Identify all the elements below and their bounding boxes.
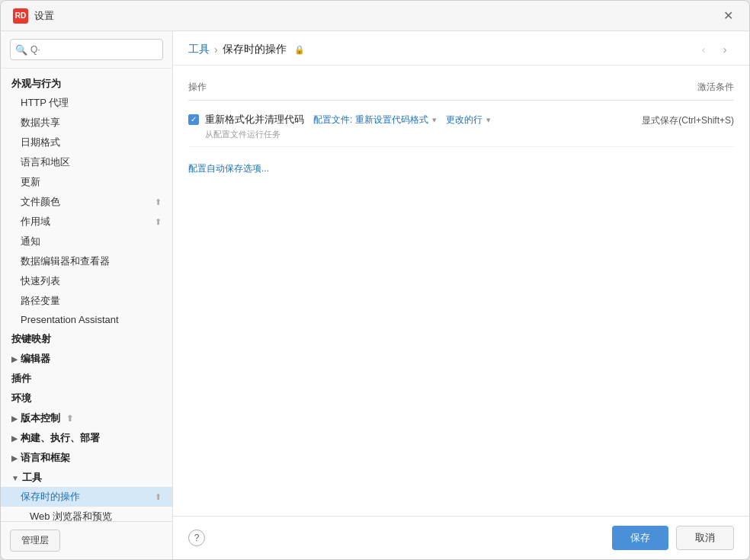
content-body: 操作 激活条件 ✓ 重新格式化并清理代码 配置文件: 重新设置 <box>173 66 749 516</box>
tools-chevron-icon: ▼ <box>11 474 19 482</box>
check-mark-icon: ✓ <box>191 116 197 123</box>
change-link-arrow-icon: ▾ <box>486 115 491 124</box>
sidebar-item-path-vars[interactable]: 路径变量 <box>1 291 172 311</box>
content-header: 工具 › 保存时的操作 🔒 ‹ › <box>173 31 749 66</box>
sidebar-item-save-actions[interactable]: 保存时的操作 ⬆ <box>1 487 172 507</box>
main-content: 🔍 外观与行为 HTTP 代理 数据共享 日期格式 <box>1 31 749 559</box>
row-checkbox-area: ✓ <box>188 113 199 125</box>
settings-window: RD 设置 ✕ 🔍 外观与行为 HTTP 代理 <box>0 0 750 560</box>
sidebar-item-presentation-assistant[interactable]: Presentation Assistant <box>1 311 172 328</box>
footer-left: ? <box>188 530 205 546</box>
close-button[interactable]: ✕ <box>719 7 737 25</box>
sidebar-section-lang-framework[interactable]: ▶ 语言和框架 <box>1 447 172 467</box>
sidebar-item-quick-list[interactable]: 快速列表 <box>1 271 172 291</box>
window-title: 设置 <box>34 9 54 23</box>
file-colors-icon: ⬆ <box>155 197 162 207</box>
col-condition-label: 激活条件 <box>582 81 734 94</box>
col-action-label: 操作 <box>188 81 582 94</box>
auto-save-link[interactable]: 配置自动保存选项... <box>188 162 734 175</box>
search-wrapper: 🔍 <box>10 39 163 60</box>
vcs-chevron-icon: ▶ <box>11 414 18 423</box>
sidebar-item-update[interactable]: 更新 <box>1 172 172 192</box>
row-title-line: 重新格式化并清理代码 配置文件: 重新设置代码格式 ▾ 更改的行 ▾ <box>205 113 582 126</box>
row-title: 重新格式化并清理代码 <box>205 113 304 126</box>
row-change-link[interactable]: 更改的行 ▾ <box>446 114 491 126</box>
sidebar-section-keymap[interactable]: 按键映射 <box>1 328 172 348</box>
build-chevron-icon: ▶ <box>11 434 18 443</box>
help-button[interactable]: ? <box>188 530 205 546</box>
sidebar-section-editor[interactable]: ▶ 编辑器 <box>1 348 172 368</box>
breadcrumb: 工具 › 保存时的操作 🔒 <box>188 43 305 56</box>
manage-button[interactable]: 管理层 <box>10 530 60 552</box>
sidebar-nav: 外观与行为 HTTP 代理 数据共享 日期格式 语言和地区 更新 <box>1 69 172 521</box>
lock-icon: 🔒 <box>294 45 305 55</box>
sidebar-section-build[interactable]: ▶ 构建、执行、部署 <box>1 427 172 447</box>
row-condition: 显式保存(Ctrl+Shift+S) <box>582 113 734 127</box>
footer-right: 保存 取消 <box>612 526 734 550</box>
titlebar-left: RD 设置 <box>13 8 54 24</box>
sidebar-item-file-colors[interactable]: 文件颜色 ⬆ <box>1 192 172 212</box>
nav-forward-button[interactable]: › <box>716 40 734 59</box>
row-subtitle: 从配置文件运行任务 <box>205 129 582 140</box>
sidebar-item-scope[interactable]: 作用域 ⬆ <box>1 212 172 232</box>
sidebar-footer: 管理层 <box>1 521 172 559</box>
sidebar-item-date-format[interactable]: 日期格式 <box>1 133 172 152</box>
vcs-upload-icon: ⬆ <box>66 414 73 424</box>
sidebar: 🔍 外观与行为 HTTP 代理 数据共享 日期格式 <box>1 31 173 559</box>
row-checkbox[interactable]: ✓ <box>188 114 199 125</box>
breadcrumb-parent[interactable]: 工具 <box>188 43 210 56</box>
sidebar-section-vcs[interactable]: ▶ 版本控制 ⬆ <box>1 408 172 427</box>
search-box: 🔍 <box>1 31 172 69</box>
titlebar: RD 设置 ✕ <box>1 1 749 31</box>
sidebar-item-web-browser[interactable]: Web 浏览器和预览 <box>1 507 172 521</box>
row-config-link[interactable]: 配置文件: 重新设置代码格式 ▾ <box>313 114 437 126</box>
search-input[interactable] <box>10 39 163 60</box>
sidebar-section-environment[interactable]: 环境 <box>1 388 172 408</box>
nav-arrows: ‹ › <box>694 40 734 59</box>
scope-icon: ⬆ <box>155 217 162 227</box>
config-link-arrow-icon: ▾ <box>432 115 437 124</box>
breadcrumb-separator: › <box>214 43 218 56</box>
sidebar-item-data-sharing[interactable]: 数据共享 <box>1 113 172 133</box>
lang-framework-chevron-icon: ▶ <box>11 454 18 462</box>
app-icon: RD <box>13 8 28 24</box>
sidebar-item-notifications[interactable]: 通知 <box>1 232 172 251</box>
save-button[interactable]: 保存 <box>612 526 668 550</box>
sidebar-section-appearance: 外观与行为 <box>1 73 172 93</box>
table-header: 操作 激活条件 <box>188 78 734 101</box>
cancel-button[interactable]: 取消 <box>676 526 734 550</box>
editor-chevron-icon: ▶ <box>11 355 18 363</box>
sidebar-item-data-editor[interactable]: 数据编辑器和查看器 <box>1 251 172 271</box>
row-main: 重新格式化并清理代码 配置文件: 重新设置代码格式 ▾ 更改的行 ▾ 从配置文件… <box>205 113 582 140</box>
sidebar-section-tools[interactable]: ▼ 工具 <box>1 467 172 487</box>
save-actions-icon: ⬆ <box>155 492 162 502</box>
sidebar-item-lang-region[interactable]: 语言和地区 <box>1 152 172 172</box>
content-footer: ? 保存 取消 <box>173 516 749 559</box>
breadcrumb-current: 保存时的操作 <box>223 43 287 56</box>
nav-back-button[interactable]: ‹ <box>694 40 713 59</box>
sidebar-section-plugins[interactable]: 插件 <box>1 368 172 388</box>
search-icon: 🔍 <box>15 44 27 56</box>
sidebar-item-http-proxy[interactable]: HTTP 代理 <box>1 93 172 113</box>
content-area: 工具 › 保存时的操作 🔒 ‹ › 操作 激活条件 <box>173 31 749 559</box>
table-row: ✓ 重新格式化并清理代码 配置文件: 重新设置代码格式 ▾ 更改的行 <box>188 107 734 147</box>
